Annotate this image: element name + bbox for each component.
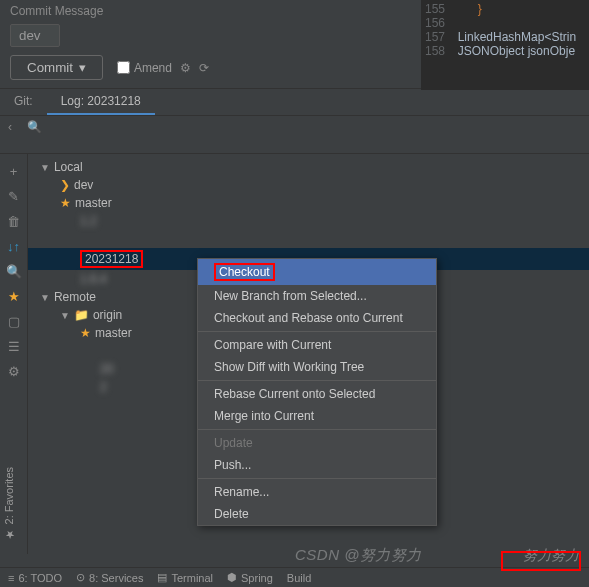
menu-compare[interactable]: Compare with Current [198,334,436,356]
settings-icon[interactable]: ⚙ [8,364,20,379]
bottom-terminal[interactable]: ▤ Terminal [157,571,213,584]
bottom-spring[interactable]: ⬢ Spring [227,571,273,584]
fetch-icon[interactable]: ↓↑ [7,239,20,254]
chevron-down-icon: ▾ [79,60,86,75]
chevron-down-icon: ▼ [60,310,70,321]
tab-git[interactable]: Git: [0,89,47,115]
bottom-services[interactable]: ⊙ 8: Services [76,571,143,584]
chevron-down-icon: ▼ [40,162,50,173]
highlight-box [501,551,581,571]
tree-branch-blurred[interactable] [28,230,589,248]
menu-update: Update [198,432,436,454]
delete-icon[interactable]: 🗑 [7,214,20,229]
edit-icon[interactable]: ✎ [8,189,19,204]
menu-push[interactable]: Push... [198,454,436,476]
menu-checkout[interactable]: Checkout [198,259,436,285]
folder-icon: 📁 [74,308,89,322]
tree-branch-dev[interactable]: ❯ dev [28,176,589,194]
menu-checkout-rebase[interactable]: Checkout and Rebase onto Current [198,307,436,329]
favorites-tab[interactable]: ★ 2: Favorites [0,461,17,547]
list-icon[interactable]: ☰ [8,339,20,354]
bottom-build[interactable]: Build [287,572,311,584]
menu-new-branch[interactable]: New Branch from Selected... [198,285,436,307]
tree-branch-master[interactable]: ★ master [28,194,589,212]
gear-icon[interactable]: ⚙ [180,61,191,75]
tree-local-group[interactable]: ▼ Local [28,158,589,176]
menu-rebase[interactable]: Rebase Current onto Selected [198,383,436,405]
menu-show-diff[interactable]: Show Diff with Working Tree [198,356,436,378]
star-icon: ★ [80,326,91,340]
menu-delete[interactable]: Delete [198,503,436,525]
commit-button[interactable]: Commit ▾ [10,55,103,80]
menu-merge[interactable]: Merge into Current [198,405,436,427]
code-editor: 155 } 156 157 LinkedHashMap<Strin 158 JS… [421,0,589,90]
chevron-down-icon: ▼ [40,292,50,303]
history-icon[interactable]: ⟳ [199,61,209,75]
tab-log[interactable]: Log: 20231218 [47,89,155,115]
commit-message-input[interactable] [10,24,60,47]
bottom-todo[interactable]: ≡ 6: TODO [8,572,62,584]
search-icon: 🔍 [27,120,42,134]
back-icon[interactable]: ‹ [8,120,12,134]
menu-rename[interactable]: Rename... [198,481,436,503]
context-menu: Checkout New Branch from Selected... Che… [197,258,437,526]
favorite-icon[interactable]: ★ [8,289,20,304]
find-icon[interactable]: 🔍 [6,264,22,279]
star-icon: ★ [60,196,71,210]
add-icon[interactable]: + [10,164,18,179]
tag-icon: ❯ [60,178,70,192]
amend-checkbox[interactable]: Amend [117,61,172,75]
layout-icon[interactable]: ▢ [8,314,20,329]
tree-branch-blurred[interactable]: 1.2 [28,212,589,230]
branch-search-input[interactable] [8,134,581,149]
highlighted-branch: 20231218 [80,250,143,268]
